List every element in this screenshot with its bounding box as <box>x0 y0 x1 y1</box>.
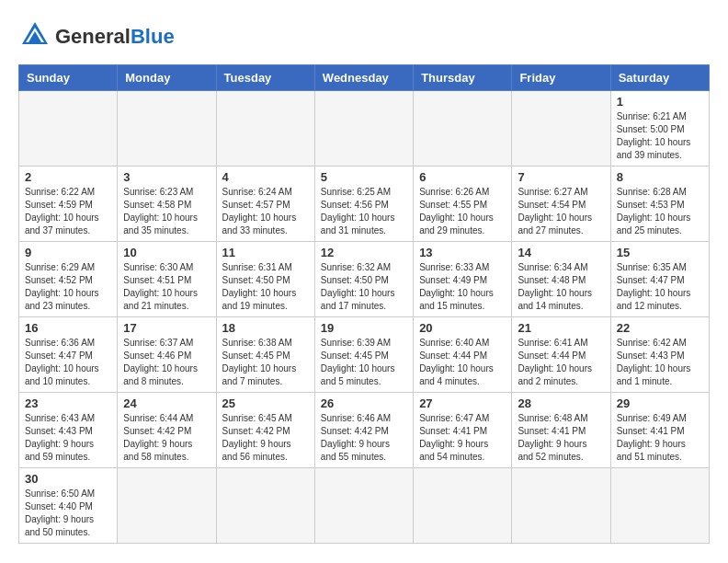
calendar-cell <box>414 468 512 544</box>
day-number: 25 <box>222 396 309 410</box>
header-day-sunday: Sunday <box>19 65 118 91</box>
calendar-cell: 25Sunrise: 6:45 AMSunset: 4:42 PMDayligh… <box>216 393 314 468</box>
day-number: 2 <box>25 170 111 184</box>
week-row-4: 16Sunrise: 6:36 AMSunset: 4:47 PMDayligh… <box>19 317 710 393</box>
calendar-cell: 13Sunrise: 6:33 AMSunset: 4:49 PMDayligh… <box>414 242 512 317</box>
calendar-cell: 30Sunrise: 6:50 AMSunset: 4:40 PMDayligh… <box>19 468 118 544</box>
header: GeneralBlue <box>18 18 710 55</box>
logo-area: GeneralBlue <box>18 18 175 55</box>
day-number: 28 <box>518 396 604 410</box>
day-number: 22 <box>617 321 703 335</box>
day-info: Sunrise: 6:41 AMSunset: 4:44 PMDaylight:… <box>518 337 604 388</box>
calendar-cell: 2Sunrise: 6:22 AMSunset: 4:59 PMDaylight… <box>19 167 118 242</box>
calendar-cell <box>216 91 314 167</box>
day-number: 14 <box>518 246 604 259</box>
calendar-cell <box>314 468 413 544</box>
calendar-cell <box>314 91 413 167</box>
calendar-cell: 9Sunrise: 6:29 AMSunset: 4:52 PMDaylight… <box>19 242 118 317</box>
day-info: Sunrise: 6:48 AMSunset: 4:41 PMDaylight:… <box>518 412 604 464</box>
header-day-saturday: Saturday <box>610 65 709 91</box>
calendar-cell <box>512 468 610 544</box>
day-number: 11 <box>222 246 309 259</box>
day-number: 16 <box>25 321 111 335</box>
calendar-cell: 29Sunrise: 6:49 AMSunset: 4:41 PMDayligh… <box>610 393 709 468</box>
calendar-cell: 8Sunrise: 6:28 AMSunset: 4:53 PMDaylight… <box>610 167 709 242</box>
calendar-cell: 16Sunrise: 6:36 AMSunset: 4:47 PMDayligh… <box>19 317 118 393</box>
week-row-3: 9Sunrise: 6:29 AMSunset: 4:52 PMDaylight… <box>19 242 710 317</box>
calendar-cell: 22Sunrise: 6:42 AMSunset: 4:43 PMDayligh… <box>610 317 709 393</box>
day-number: 10 <box>123 246 210 259</box>
day-info: Sunrise: 6:34 AMSunset: 4:48 PMDaylight:… <box>518 261 604 313</box>
day-number: 19 <box>321 321 407 335</box>
day-info: Sunrise: 6:50 AMSunset: 4:40 PMDaylight:… <box>25 488 111 539</box>
day-number: 29 <box>617 396 703 410</box>
day-info: Sunrise: 6:30 AMSunset: 4:51 PMDaylight:… <box>123 261 210 313</box>
day-number: 6 <box>419 170 506 184</box>
calendar-cell: 10Sunrise: 6:30 AMSunset: 4:51 PMDayligh… <box>118 242 216 317</box>
day-number: 23 <box>25 396 111 410</box>
day-info: Sunrise: 6:49 AMSunset: 4:41 PMDaylight:… <box>617 412 703 464</box>
day-number: 4 <box>222 170 309 184</box>
calendar-cell: 7Sunrise: 6:27 AMSunset: 4:54 PMDaylight… <box>512 167 610 242</box>
calendar-cell: 4Sunrise: 6:24 AMSunset: 4:57 PMDaylight… <box>216 167 314 242</box>
day-info: Sunrise: 6:36 AMSunset: 4:47 PMDaylight:… <box>25 337 111 388</box>
logo-icon <box>18 18 51 55</box>
day-info: Sunrise: 6:31 AMSunset: 4:50 PMDaylight:… <box>222 261 309 313</box>
calendar-header-row: SundayMondayTuesdayWednesdayThursdayFrid… <box>19 65 710 91</box>
calendar-cell: 19Sunrise: 6:39 AMSunset: 4:45 PMDayligh… <box>314 317 413 393</box>
header-day-thursday: Thursday <box>414 65 512 91</box>
calendar-cell <box>216 468 314 544</box>
day-number: 3 <box>123 170 210 184</box>
day-number: 7 <box>518 170 604 184</box>
calendar-cell: 26Sunrise: 6:46 AMSunset: 4:42 PMDayligh… <box>314 393 413 468</box>
day-info: Sunrise: 6:38 AMSunset: 4:45 PMDaylight:… <box>222 337 309 388</box>
calendar-cell: 5Sunrise: 6:25 AMSunset: 4:56 PMDaylight… <box>314 167 413 242</box>
week-row-1: 1Sunrise: 6:21 AMSunset: 5:00 PMDaylight… <box>19 91 710 167</box>
calendar-cell: 18Sunrise: 6:38 AMSunset: 4:45 PMDayligh… <box>216 317 314 393</box>
day-number: 30 <box>25 472 111 486</box>
calendar-cell: 3Sunrise: 6:23 AMSunset: 4:58 PMDaylight… <box>118 167 216 242</box>
calendar-cell <box>118 468 216 544</box>
calendar-cell: 1Sunrise: 6:21 AMSunset: 5:00 PMDaylight… <box>610 91 709 167</box>
day-info: Sunrise: 6:21 AMSunset: 5:00 PMDaylight:… <box>617 110 703 162</box>
header-day-tuesday: Tuesday <box>216 65 314 91</box>
day-number: 1 <box>617 95 703 109</box>
calendar-cell <box>19 91 118 167</box>
calendar-cell: 17Sunrise: 6:37 AMSunset: 4:46 PMDayligh… <box>118 317 216 393</box>
week-row-6: 30Sunrise: 6:50 AMSunset: 4:40 PMDayligh… <box>19 468 710 544</box>
day-number: 13 <box>419 246 506 259</box>
day-number: 20 <box>419 321 506 335</box>
header-day-friday: Friday <box>512 65 610 91</box>
week-row-5: 23Sunrise: 6:43 AMSunset: 4:43 PMDayligh… <box>19 393 710 468</box>
day-info: Sunrise: 6:28 AMSunset: 4:53 PMDaylight:… <box>617 186 703 237</box>
day-info: Sunrise: 6:46 AMSunset: 4:42 PMDaylight:… <box>321 412 407 464</box>
calendar-cell: 21Sunrise: 6:41 AMSunset: 4:44 PMDayligh… <box>512 317 610 393</box>
day-info: Sunrise: 6:24 AMSunset: 4:57 PMDaylight:… <box>222 186 309 237</box>
calendar-cell: 12Sunrise: 6:32 AMSunset: 4:50 PMDayligh… <box>314 242 413 317</box>
header-day-wednesday: Wednesday <box>314 65 413 91</box>
day-info: Sunrise: 6:26 AMSunset: 4:55 PMDaylight:… <box>419 186 506 237</box>
day-info: Sunrise: 6:27 AMSunset: 4:54 PMDaylight:… <box>518 186 604 237</box>
day-number: 26 <box>321 396 407 410</box>
day-number: 5 <box>321 170 407 184</box>
day-number: 24 <box>123 396 210 410</box>
calendar-cell: 11Sunrise: 6:31 AMSunset: 4:50 PMDayligh… <box>216 242 314 317</box>
calendar-cell <box>512 91 610 167</box>
day-number: 27 <box>419 396 506 410</box>
calendar-cell: 15Sunrise: 6:35 AMSunset: 4:47 PMDayligh… <box>610 242 709 317</box>
calendar-cell: 14Sunrise: 6:34 AMSunset: 4:48 PMDayligh… <box>512 242 610 317</box>
logo-text: GeneralBlue <box>55 25 175 49</box>
day-info: Sunrise: 6:25 AMSunset: 4:56 PMDaylight:… <box>321 186 407 237</box>
calendar-cell: 28Sunrise: 6:48 AMSunset: 4:41 PMDayligh… <box>512 393 610 468</box>
day-info: Sunrise: 6:22 AMSunset: 4:59 PMDaylight:… <box>25 186 111 237</box>
calendar-cell: 23Sunrise: 6:43 AMSunset: 4:43 PMDayligh… <box>19 393 118 468</box>
day-number: 8 <box>617 170 703 184</box>
day-info: Sunrise: 6:32 AMSunset: 4:50 PMDaylight:… <box>321 261 407 313</box>
day-info: Sunrise: 6:23 AMSunset: 4:58 PMDaylight:… <box>123 186 210 237</box>
day-number: 17 <box>123 321 210 335</box>
day-number: 18 <box>222 321 309 335</box>
day-info: Sunrise: 6:43 AMSunset: 4:43 PMDaylight:… <box>25 412 111 464</box>
day-number: 21 <box>518 321 604 335</box>
calendar-cell: 20Sunrise: 6:40 AMSunset: 4:44 PMDayligh… <box>414 317 512 393</box>
day-number: 9 <box>25 246 111 259</box>
